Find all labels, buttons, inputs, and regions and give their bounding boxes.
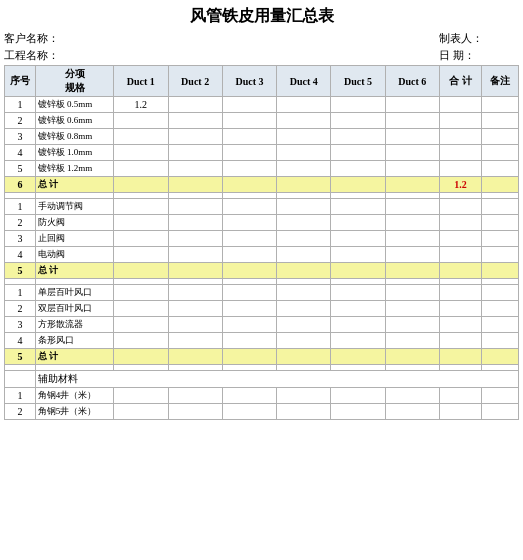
table-row: 5总 计: [5, 349, 519, 365]
cell-note: [481, 161, 518, 177]
cell-duct: [385, 263, 439, 279]
cell-sub: 总 计: [35, 349, 113, 365]
cell-duct: [168, 285, 222, 301]
cell-duct: [114, 145, 168, 161]
header-row-1: 客户名称： 制表人：: [4, 31, 519, 46]
cell-seq: 3: [5, 129, 36, 145]
cell-seq: 4: [5, 145, 36, 161]
cell-duct: [168, 129, 222, 145]
cell-duct: [385, 97, 439, 113]
cell-sub: 总 计: [35, 177, 113, 193]
cell-duct: [222, 301, 276, 317]
cell-duct: [168, 247, 222, 263]
cell-total: [439, 97, 481, 113]
cell-duct: [385, 177, 439, 193]
cell-duct: [385, 231, 439, 247]
cell-duct: [114, 215, 168, 231]
cell-sub: 条形风口: [35, 333, 113, 349]
cell-seq: 6: [5, 177, 36, 193]
cell-duct: [385, 247, 439, 263]
cell-duct: [114, 161, 168, 177]
cell-duct: [277, 301, 331, 317]
cell-sub: 单层百叶风口: [35, 285, 113, 301]
cell-total: [439, 285, 481, 301]
cell-seq: 5: [5, 349, 36, 365]
cell-duct: [168, 301, 222, 317]
cell-sub: 镀锌板 0.6mm: [35, 113, 113, 129]
cell-duct: [277, 285, 331, 301]
cell-duct: [385, 388, 439, 404]
cell-duct: [385, 317, 439, 333]
cell-note: [481, 317, 518, 333]
cell-note: [481, 349, 518, 365]
client-label: 客户名称：: [4, 31, 84, 46]
cell-duct: [385, 301, 439, 317]
table-row: 2镀锌板 0.6mm: [5, 113, 519, 129]
cell-duct: [331, 285, 385, 301]
table-row: 3镀锌板 0.8mm: [5, 129, 519, 145]
cell-duct: [331, 145, 385, 161]
cell-duct: [168, 263, 222, 279]
cell-total: [439, 317, 481, 333]
cell-duct: [331, 388, 385, 404]
cell-duct: [277, 161, 331, 177]
cell-total: [439, 231, 481, 247]
cell-duct: [331, 349, 385, 365]
cell-duct: [385, 113, 439, 129]
page: 风管铁皮用量汇总表 客户名称： 制表人： 工程名称： 日 期： 序号 分项规格 …: [0, 0, 523, 424]
cell-total: [439, 349, 481, 365]
th-duct5: Duct 5: [331, 66, 385, 97]
cell-duct: [222, 349, 276, 365]
cell-duct: [222, 231, 276, 247]
cell-duct: [222, 404, 276, 420]
cell-total: [439, 404, 481, 420]
cell-duct: [222, 215, 276, 231]
cell-sub: 镀锌板 0.8mm: [35, 129, 113, 145]
cell-sub: 镀锌板 1.2mm: [35, 161, 113, 177]
cell-duct: [168, 177, 222, 193]
cell-duct: [168, 231, 222, 247]
table-row: 4镀锌板 1.0mm: [5, 145, 519, 161]
cell-duct: [385, 333, 439, 349]
cell-seq: 2: [5, 404, 36, 420]
cell-seq: 4: [5, 247, 36, 263]
header-row-2: 工程名称： 日 期：: [4, 48, 519, 63]
cell-seq: [5, 371, 36, 388]
cell-seq: 1: [5, 388, 36, 404]
cell-duct: [222, 388, 276, 404]
cell-duct: [168, 404, 222, 420]
cell-duct: [222, 161, 276, 177]
cell-duct: [277, 129, 331, 145]
cell-total: 1.2: [439, 177, 481, 193]
cell-sub: 镀锌板 1.0mm: [35, 145, 113, 161]
cell-total: [439, 199, 481, 215]
cell-total: [439, 333, 481, 349]
cell-note: [481, 145, 518, 161]
cell-duct: [114, 349, 168, 365]
cell-duct: [114, 388, 168, 404]
cell-note: [481, 113, 518, 129]
cell-duct: [277, 177, 331, 193]
cell-note: [481, 247, 518, 263]
cell-duct: [331, 199, 385, 215]
cell-duct: [277, 247, 331, 263]
cell-note: [481, 301, 518, 317]
cell-duct: [277, 263, 331, 279]
cell-duct: 1.2: [114, 97, 168, 113]
cell-total: [439, 161, 481, 177]
cell-duct: [168, 97, 222, 113]
cell-sub: 手动调节阀: [35, 199, 113, 215]
table-header-row: 序号 分项规格 Duct 1 Duct 2 Duct 3 Duct 4 Duct…: [5, 66, 519, 97]
cell-sub: 角钢5井（米）: [35, 404, 113, 420]
cell-duct: [114, 404, 168, 420]
table-row: 5总 计: [5, 263, 519, 279]
cell-seq: 1: [5, 97, 36, 113]
cell-duct: [277, 388, 331, 404]
cell-duct: [222, 333, 276, 349]
cell-sub: 防火阀: [35, 215, 113, 231]
th-duct4: Duct 4: [277, 66, 331, 97]
cell-duct: [114, 247, 168, 263]
cell-duct: [277, 97, 331, 113]
cell-duct: [114, 333, 168, 349]
table-row: 辅助材料: [5, 371, 519, 388]
